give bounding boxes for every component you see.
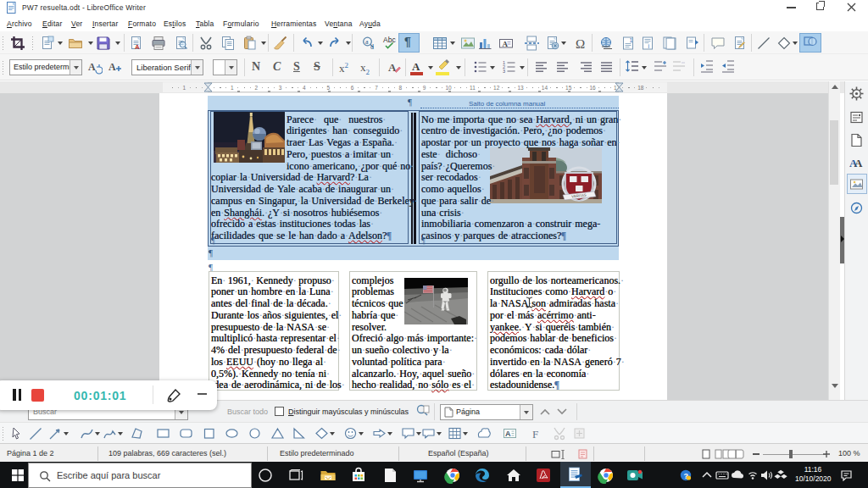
svg-text:F: F [532,428,538,441]
svg-text:A: A [88,61,96,73]
svg-text:A: A [505,430,511,438]
svg-text:3: 3 [503,69,505,74]
svg-text:A: A [108,61,116,73]
svg-text:¶: ¶ [404,35,411,48]
svg-text:A: A [503,40,509,48]
svg-text:Abc: Abc [383,36,396,44]
svg-text:A: A [854,157,863,169]
svg-text:d: d [370,43,374,51]
svg-text:A: A [135,43,140,51]
svg-text:a: a [365,38,369,46]
svg-text:Ω: Ω [576,37,585,51]
svg-text:1: 1 [630,37,633,43]
